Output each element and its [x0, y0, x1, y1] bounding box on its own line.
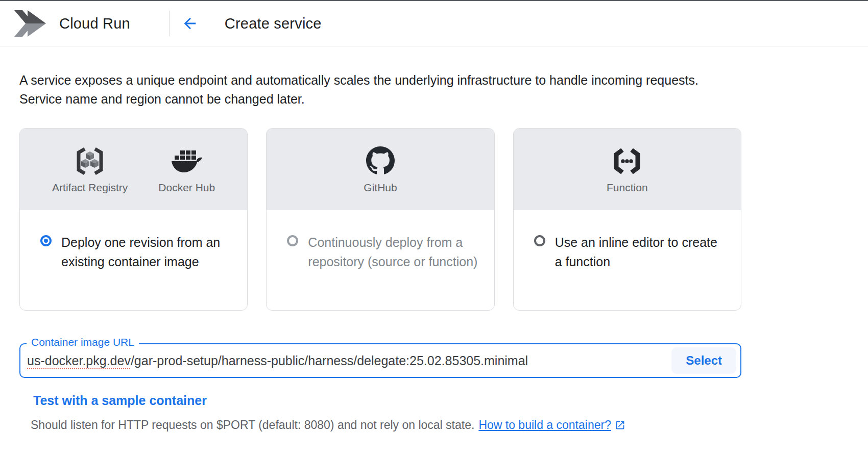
radio-option-existing-image[interactable]: Deploy one revision from an existing con…	[20, 210, 247, 271]
function-icon	[612, 145, 642, 175]
arrow-left-icon	[181, 15, 199, 32]
create-service-form: A service exposes a unique endpoint and …	[0, 71, 868, 432]
radio-option-label: Use an inline editor to create a functio…	[555, 233, 728, 271]
artifact-registry-icon	[75, 145, 105, 175]
container-image-url-input[interactable]: us-docker.pkg.dev/gar-prod-setup/harness…	[20, 353, 528, 368]
container-image-url-label: Container image URL	[27, 336, 139, 348]
card-container-image-header: Artifact Registry	[20, 129, 247, 210]
radio-option-inline-editor[interactable]: Use an inline editor to create a functio…	[514, 210, 741, 271]
github-stack: GitHub	[364, 145, 397, 194]
radio-option-repository[interactable]: Continuously deploy from a repository (s…	[267, 210, 494, 271]
select-image-button[interactable]: Select	[671, 347, 736, 374]
header-divider	[169, 11, 170, 36]
radio-option-label: Deploy one revision from an existing con…	[61, 233, 234, 271]
product-title: Cloud Run	[59, 15, 130, 32]
card-function-header: Function	[514, 129, 741, 210]
github-icon	[366, 145, 395, 175]
radio-selected-icon[interactable]	[40, 235, 52, 246]
function-stack: Function	[607, 145, 648, 194]
card-repository: GitHub Continuously deploy from a reposi…	[266, 128, 494, 311]
cloud-run-logo-icon	[14, 10, 46, 37]
page-title: Create service	[225, 15, 322, 32]
app-header: Cloud Run Create service	[0, 1, 868, 46]
github-label: GitHub	[364, 182, 397, 194]
open-in-new-icon	[615, 420, 625, 430]
card-repository-header: GitHub	[267, 129, 494, 210]
helper-row: Should listen for HTTP requests on $PORT…	[31, 418, 849, 432]
radio-unselected-icon[interactable]	[534, 235, 545, 246]
docker-hub-label: Docker Hub	[158, 182, 215, 194]
url-rest-segment: /gar-prod-setup/harness-public/harness/d…	[131, 353, 528, 368]
card-function: Function Use an inline editor to create …	[513, 128, 741, 311]
how-to-build-container-link[interactable]: How to build a container?	[478, 418, 611, 432]
container-image-url-field: Container image URL us-docker.pkg.dev/ga…	[19, 343, 741, 378]
artifact-registry-stack: Artifact Registry	[52, 145, 128, 194]
artifact-registry-label: Artifact Registry	[52, 182, 128, 194]
deployment-source-cards: Artifact Registry	[19, 128, 741, 311]
helper-text: Should listen for HTTP requests on $PORT…	[31, 418, 474, 432]
radio-unselected-icon[interactable]	[287, 235, 298, 246]
intro-text: A service exposes a unique endpoint and …	[19, 71, 744, 109]
back-button[interactable]	[179, 12, 201, 35]
radio-option-label: Continuously deploy from a repository (s…	[308, 233, 480, 271]
card-container-image: Artifact Registry	[19, 128, 248, 311]
url-spellchecked-segment: us-docker.pkg.dev	[27, 353, 131, 368]
docker-hub-stack: Docker Hub	[158, 145, 215, 194]
function-label: Function	[607, 182, 648, 194]
docker-hub-icon	[171, 145, 203, 175]
test-sample-container-link[interactable]: Test with a sample container	[33, 393, 207, 408]
